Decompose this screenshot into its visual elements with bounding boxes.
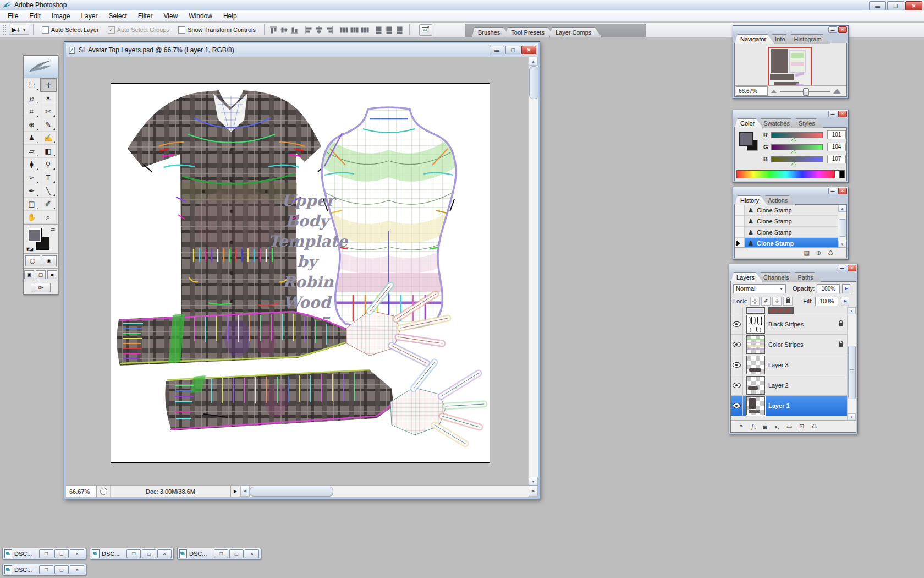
scroll-up-icon[interactable]: ▲ <box>838 205 846 212</box>
doc-maximize-button[interactable]: ▢ <box>505 46 520 54</box>
blend-mode-select[interactable]: Normal ▼ <box>733 284 786 293</box>
full-screen-menubar-mode-button[interactable]: ▢ <box>36 270 46 279</box>
swap-colors-icon[interactable]: ⇄ <box>51 227 55 232</box>
checkbox-auto-select-groups[interactable]: ✓Auto Select Groups <box>108 26 169 34</box>
distribute-right-edges-icon[interactable] <box>395 26 405 34</box>
lasso-tool[interactable]: ℘ <box>24 92 40 105</box>
doc-close-button[interactable]: ✕ <box>521 46 536 54</box>
history-source-well[interactable] <box>735 216 745 226</box>
horizontal-scrollbar[interactable]: ◀ ▶ <box>240 486 538 497</box>
eraser-tool[interactable]: ▱ <box>24 145 40 158</box>
delete-state-icon[interactable]: ♺ <box>828 249 833 257</box>
status-menu-arrow-icon[interactable]: ▶ <box>231 486 240 497</box>
navigator-proxy-preview[interactable] <box>768 47 812 91</box>
link-layers-icon[interactable]: ⚭ <box>739 423 744 430</box>
brush-tool[interactable]: ✎ <box>40 118 57 132</box>
scroll-up-icon[interactable]: ▲ <box>529 57 538 66</box>
menu-edit[interactable]: Edit <box>24 11 46 21</box>
menu-layer[interactable]: Layer <box>75 11 103 21</box>
align-left-edges-icon[interactable] <box>304 26 314 34</box>
restore-button[interactable]: ❐ <box>887 1 904 10</box>
minimized-document-window[interactable]: DSC...❐▢✕ <box>2 548 86 560</box>
history-brush-tool[interactable]: ✍ <box>40 132 57 145</box>
close-button[interactable]: ✕ <box>70 549 84 558</box>
close-button[interactable]: ✕ <box>70 565 84 574</box>
zoom-in-icon[interactable] <box>833 89 841 94</box>
visibility-well[interactable] <box>731 335 743 355</box>
menu-filter[interactable]: Filter <box>133 11 158 21</box>
lock-transparent-pixels-icon[interactable] <box>750 297 760 306</box>
scroll-up-icon[interactable]: ▲ <box>848 307 856 314</box>
distribute-top-edges-icon[interactable] <box>339 26 349 34</box>
eye-well[interactable] <box>731 307 743 314</box>
layers-scrollbar[interactable]: ▲ ▼ <box>847 307 856 421</box>
document-size-readout[interactable]: Doc: 3.00M/38.6M <box>111 486 231 497</box>
new-group-icon[interactable]: ▭ <box>787 423 792 430</box>
type-tool[interactable]: T <box>40 171 57 184</box>
color-spectrum-ramp[interactable] <box>736 170 835 178</box>
canvas[interactable]: Upper Body Template by Robin Wood 2005 <box>111 83 490 463</box>
layers-tab-paths[interactable]: Paths <box>793 272 822 282</box>
close-button[interactable]: ✕ <box>245 549 259 558</box>
current-tool-button[interactable]: ▶✛ ▼ <box>9 25 29 35</box>
standard-mode-button[interactable]: ◯ <box>25 255 40 266</box>
new-layer-icon[interactable]: ⊡ <box>799 423 804 430</box>
slice-tool[interactable]: ✄ <box>40 105 57 118</box>
layer-mask-icon[interactable]: ◙ <box>763 423 767 430</box>
panel-close-button[interactable]: ✕ <box>848 265 856 271</box>
layer-row[interactable]: Layer 1 <box>731 396 848 416</box>
navigator-tab-histogram[interactable]: Histogram <box>788 34 829 44</box>
well-tab-layer-comps[interactable]: Layer Comps <box>549 27 602 37</box>
timing-icon[interactable] <box>97 486 111 497</box>
doc-minimize-button[interactable]: ▬ <box>490 46 504 54</box>
visibility-well[interactable] <box>731 396 743 416</box>
align-horizontal-centers-icon[interactable] <box>315 26 324 34</box>
history-state[interactable]: ♟Clone Stamp <box>735 216 838 227</box>
navigator-zoom-slider-thumb[interactable] <box>803 88 809 96</box>
align-top-edges-icon[interactable] <box>269 26 278 34</box>
panel-minimize-button[interactable]: ▬ <box>828 26 837 33</box>
lock-all-icon[interactable] <box>783 297 793 306</box>
minimize-button[interactable]: ▬ <box>869 1 886 10</box>
layer-row[interactable]: Layer 3 <box>731 355 848 375</box>
panel-close-button[interactable]: ✕ <box>838 111 847 117</box>
history-source-well[interactable] <box>735 227 745 237</box>
menu-select[interactable]: Select <box>103 11 132 21</box>
menu-view[interactable]: View <box>158 11 183 21</box>
crop-tool[interactable]: ⌗ <box>24 105 40 118</box>
lock-image-pixels-icon[interactable]: ✐ <box>761 297 771 306</box>
magic-wand-tool[interactable]: ✶ <box>40 92 57 105</box>
layers-scroll-thumb[interactable] <box>848 346 856 399</box>
foreground-color-swatch[interactable] <box>28 228 42 242</box>
well-tab-brushes[interactable]: Brushes <box>472 27 510 37</box>
visibility-well[interactable] <box>731 375 743 395</box>
move-tool[interactable]: ✛ <box>40 78 57 92</box>
go-to-bridge-button[interactable] <box>419 24 432 36</box>
new-document-from-state-icon[interactable]: ▤ <box>804 249 810 257</box>
restore-button[interactable]: ❐ <box>127 549 141 558</box>
fill-spinner-icon[interactable]: ▶ <box>841 297 849 306</box>
scroll-down-icon[interactable]: ▼ <box>529 477 538 486</box>
layer-row-partial[interactable] <box>731 307 848 314</box>
toolbox-logo[interactable] <box>24 56 58 78</box>
vertical-scrollbar[interactable]: ▲ ▼ <box>528 57 538 486</box>
maximize-button[interactable]: ▢ <box>142 549 156 558</box>
zoom-out-icon[interactable] <box>771 90 777 93</box>
scroll-left-icon[interactable]: ◀ <box>240 486 250 497</box>
channel-slider-thumb[interactable] <box>791 162 796 166</box>
default-colors-icon[interactable]: ◩◪ <box>26 247 32 252</box>
distribute-vertical-centers-icon[interactable] <box>350 26 359 34</box>
channel-value-g[interactable]: 104 <box>827 143 846 151</box>
zoom-percent-field[interactable]: 66.67% <box>66 486 97 497</box>
spectrum-black-swatch[interactable] <box>839 170 845 178</box>
navigator-tab-navigator[interactable]: Navigator <box>735 34 774 44</box>
history-source-well[interactable] <box>735 205 745 215</box>
maximize-button[interactable]: ▢ <box>229 549 244 558</box>
layer-row[interactable]: Color Stripes <box>731 335 848 355</box>
scroll-right-icon[interactable]: ▶ <box>529 486 538 497</box>
history-scrollbar[interactable]: ▲ ▼ <box>838 205 846 248</box>
document-title-bar[interactable]: SL Avatar Top Layers.psd @ 66.7% (Layer … <box>66 43 538 57</box>
panel-minimize-button[interactable]: ▬ <box>838 265 846 271</box>
spot-healing-brush-tool[interactable]: ⊕ <box>24 118 40 132</box>
full-screen-mode-button[interactable]: ■ <box>47 270 57 279</box>
